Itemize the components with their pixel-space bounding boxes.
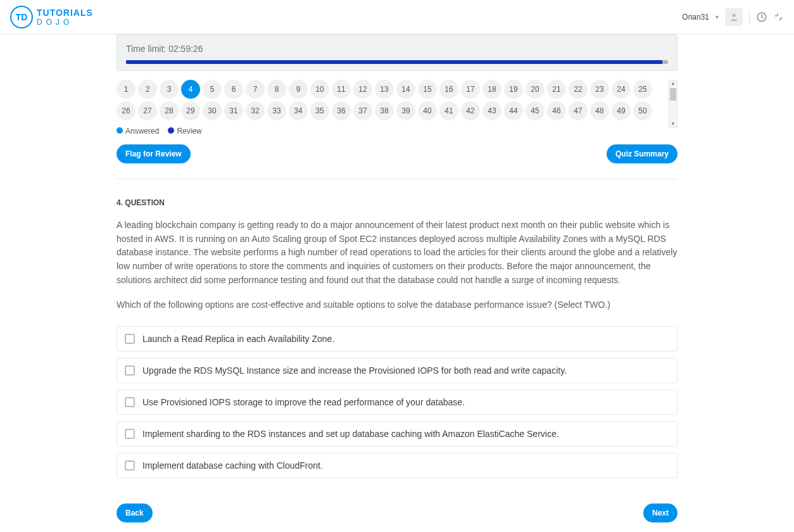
- question-nav-37[interactable]: 37: [353, 101, 372, 120]
- option-checkbox-2[interactable]: [125, 365, 135, 376]
- quiz-summary-button[interactable]: Quiz Summary: [607, 144, 677, 163]
- question-nav-29[interactable]: 29: [181, 101, 200, 120]
- question-nav-9[interactable]: 9: [289, 80, 308, 99]
- question-nav-43[interactable]: 43: [482, 101, 501, 120]
- option-row-5[interactable]: Implement database caching with CloudFro…: [117, 453, 677, 478]
- question-nav-31[interactable]: 31: [224, 101, 243, 120]
- question-nav-6[interactable]: 6: [224, 80, 243, 99]
- scroll-down-icon[interactable]: ▼: [671, 121, 676, 127]
- logo-mark: TD: [10, 6, 33, 28]
- option-checkbox-4[interactable]: [125, 429, 135, 439]
- question-nav-10[interactable]: 10: [310, 80, 329, 99]
- question-nav-12[interactable]: 12: [353, 80, 372, 99]
- question-nav-19[interactable]: 19: [504, 80, 523, 99]
- question-nav-32[interactable]: 32: [246, 101, 265, 120]
- option-checkbox-3[interactable]: [125, 397, 135, 407]
- option-row-4[interactable]: Implement sharding to the RDS instances …: [117, 421, 677, 446]
- question-nav-42[interactable]: 42: [461, 101, 480, 120]
- timer-progress-track: [126, 60, 668, 64]
- option-checkbox-1[interactable]: [125, 334, 135, 344]
- option-label-1: Launch a Read Replica in each Availabili…: [142, 334, 334, 344]
- question-nav-7[interactable]: 7: [246, 80, 265, 99]
- question-nav-27[interactable]: 27: [138, 101, 157, 120]
- question-body: A leading blockchain company is getting …: [117, 218, 677, 312]
- question-nav-15[interactable]: 15: [418, 80, 437, 99]
- question-nav-scrollbar[interactable]: ▲ ▼: [669, 80, 677, 128]
- back-button[interactable]: Back: [117, 504, 153, 522]
- question-nav-13[interactable]: 13: [375, 80, 394, 99]
- flag-for-review-button[interactable]: Flag for Review: [117, 144, 191, 163]
- question-nav-35[interactable]: 35: [310, 101, 329, 120]
- question-nav-49[interactable]: 49: [612, 101, 631, 120]
- legend-review: Review: [168, 127, 201, 136]
- clock-history-icon[interactable]: [756, 11, 767, 23]
- question-nav-3[interactable]: 3: [160, 80, 179, 99]
- header-right: Orian31 ▾: [682, 8, 784, 26]
- question-nav-33[interactable]: 33: [267, 101, 286, 120]
- question-nav-40[interactable]: 40: [418, 101, 437, 120]
- question-nav-34[interactable]: 34: [289, 101, 308, 120]
- question-nav-50[interactable]: 50: [633, 101, 652, 120]
- question-nav-14[interactable]: 14: [396, 80, 415, 99]
- option-label-5: Implement database caching with CloudFro…: [142, 460, 323, 471]
- question-nav-26[interactable]: 26: [117, 101, 135, 120]
- avatar-icon[interactable]: [725, 8, 743, 26]
- scroll-thumb[interactable]: [670, 88, 676, 101]
- option-row-2[interactable]: Upgrade the RDS MySQL Instance size and …: [117, 358, 677, 383]
- question-nav-36[interactable]: 36: [332, 101, 351, 120]
- question-nav-16[interactable]: 16: [439, 80, 458, 99]
- chevron-down-icon[interactable]: ▾: [715, 13, 719, 20]
- option-row-3[interactable]: Use Provisioned IOPS storage to improve …: [117, 390, 677, 415]
- legend-answered-label: Answered: [125, 127, 159, 136]
- question-nav-28[interactable]: 28: [160, 101, 179, 120]
- username-label[interactable]: Orian31: [682, 13, 709, 22]
- options-list: Launch a Read Replica in each Availabili…: [117, 326, 677, 478]
- question-nav-1[interactable]: 1: [117, 80, 135, 99]
- question-nav-5[interactable]: 5: [203, 80, 222, 99]
- question-nav-18[interactable]: 18: [482, 80, 501, 99]
- question-nav-20[interactable]: 20: [526, 80, 545, 99]
- logo-text: TUTORIALS DOJO: [37, 8, 93, 26]
- question-nav-wrap: 1234567891011121314151617181920212223242…: [117, 80, 677, 120]
- question-nav-23[interactable]: 23: [590, 80, 609, 99]
- question-nav-41[interactable]: 41: [439, 101, 458, 120]
- option-checkbox-5[interactable]: [125, 460, 135, 471]
- section-divider: [117, 179, 677, 179]
- scroll-up-icon[interactable]: ▲: [671, 80, 676, 87]
- logo[interactable]: TD TUTORIALS DOJO: [10, 6, 93, 28]
- app-header: TD TUTORIALS DOJO Orian31 ▾: [0, 0, 794, 34]
- question-nav-48[interactable]: 48: [590, 101, 609, 120]
- bottom-nav: Back Next: [117, 504, 677, 522]
- timer-label: Time limit: 02:59:26: [126, 44, 668, 54]
- question-nav-17[interactable]: 17: [461, 80, 480, 99]
- question-nav-44[interactable]: 44: [504, 101, 523, 120]
- question-nav-39[interactable]: 39: [396, 101, 415, 120]
- question-nav-4[interactable]: 4: [181, 80, 200, 99]
- question-nav-21[interactable]: 21: [547, 80, 566, 99]
- compress-icon[interactable]: [774, 12, 784, 22]
- question-nav: 1234567891011121314151617181920212223242…: [117, 80, 667, 120]
- dot-review-icon: [168, 127, 174, 134]
- question-nav-8[interactable]: 8: [267, 80, 286, 99]
- question-nav-38[interactable]: 38: [375, 101, 394, 120]
- legend-review-label: Review: [177, 127, 201, 136]
- question-nav-30[interactable]: 30: [203, 101, 222, 120]
- question-nav-46[interactable]: 46: [547, 101, 566, 120]
- question-nav-11[interactable]: 11: [332, 80, 351, 99]
- logo-bottom-line: DOJO: [37, 18, 93, 26]
- header-divider: [749, 10, 750, 24]
- logo-top-line: TUTORIALS: [37, 8, 93, 17]
- actions-row: Flag for Review Quiz Summary: [117, 144, 677, 163]
- option-row-1[interactable]: Launch a Read Replica in each Availabili…: [117, 326, 677, 352]
- question-paragraph-1: A leading blockchain company is getting …: [117, 218, 677, 287]
- question-nav-45[interactable]: 45: [526, 101, 545, 120]
- next-button[interactable]: Next: [643, 504, 677, 522]
- legend: Answered Review: [117, 127, 677, 136]
- timer-progress-fill: [126, 60, 662, 64]
- question-nav-24[interactable]: 24: [612, 80, 631, 99]
- question-nav-47[interactable]: 47: [569, 101, 588, 120]
- question-nav-25[interactable]: 25: [633, 80, 652, 99]
- question-nav-2[interactable]: 2: [138, 80, 157, 99]
- timer-box: Time limit: 02:59:26: [117, 34, 677, 71]
- question-nav-22[interactable]: 22: [569, 80, 588, 99]
